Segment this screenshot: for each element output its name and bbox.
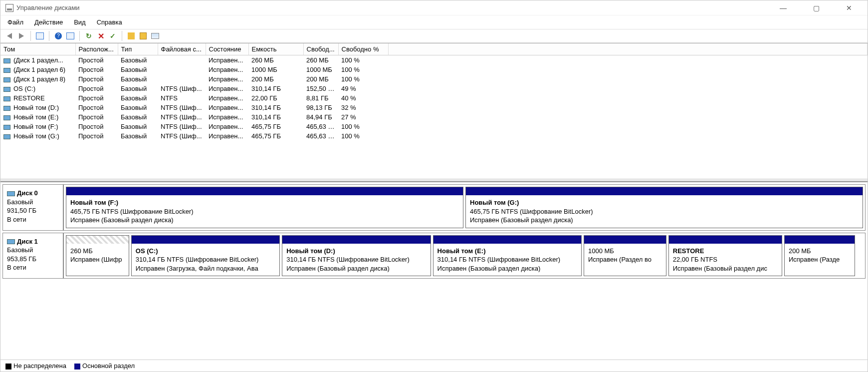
partition-header-bar — [466, 187, 863, 195]
col-layout[interactable]: Располож... — [75, 43, 118, 55]
cell-status: Исправен... — [206, 65, 248, 74]
minimize-button[interactable]: — — [772, 4, 795, 12]
legend-primary-label: Основной раздел — [82, 362, 135, 370]
partition[interactable]: 260 МБИсправен (Шифр — [66, 235, 129, 277]
menu-file[interactable]: Файл — [5, 17, 25, 27]
partition-body: OS (C:)310,14 ГБ NTFS (Шифрование BitLoc… — [132, 244, 279, 276]
partitions-container: 260 МБИсправен (ШифрOS (C:)310,14 ГБ NTF… — [64, 233, 865, 279]
menubar: Файл Действие Вид Справка — [0, 15, 868, 29]
cell-capacity: 1000 МБ — [248, 65, 303, 74]
cell-status: Исправен... — [206, 55, 248, 65]
cell-type: Базовый — [118, 112, 158, 122]
cell-freepct: 27 % — [338, 112, 388, 122]
partition-title: RESTORE — [673, 247, 778, 256]
window-controls: — ▢ ✕ — [770, 4, 863, 12]
toolbar: ? ↻ ✕ ✓ — [0, 29, 868, 43]
action-button-2[interactable] — [138, 31, 148, 41]
col-freepct[interactable]: Свободно % — [338, 43, 388, 55]
partition-line3: Исправен (Базовый раздел диска) — [437, 264, 577, 273]
partition-header-bar — [584, 236, 666, 244]
cell-free: 260 МБ — [303, 55, 338, 65]
back-button[interactable] — [4, 31, 14, 41]
cell-free: 152,50 ГБ — [303, 84, 338, 93]
disk-type: Базовый — [7, 246, 59, 255]
table-row[interactable]: (Диск 1 раздел...ПростойБазовыйИсправен.… — [0, 55, 868, 65]
window-title: Управление дисками — [16, 4, 767, 11]
cell-capacity: 465,75 ГБ — [248, 131, 303, 141]
disk-info[interactable]: Диск 0Базовый931,50 ГБВ сети — [3, 185, 64, 230]
action-button-1[interactable] — [126, 31, 136, 41]
delete-button[interactable]: ✕ — [96, 31, 106, 41]
partition-line3: Исправен (Загрузка, Файл подкачки, Ава — [136, 264, 275, 273]
partition-header-bar — [669, 236, 782, 244]
table-row[interactable]: (Диск 1 раздел 8)ПростойБазовыйИсправен.… — [0, 74, 868, 84]
col-capacity[interactable]: Емкость — [248, 43, 303, 55]
disk-status: В сети — [7, 263, 59, 272]
cell-freepct: 100 % — [338, 65, 388, 74]
cell-fs — [158, 74, 206, 84]
partition[interactable]: Новый том (F:)465,75 ГБ NTFS (Шифрование… — [66, 187, 463, 228]
cell-fs: NTFS (Шиф... — [158, 131, 206, 141]
col-status[interactable]: Состояние — [206, 43, 248, 55]
table-row[interactable]: Новый том (E:)ПростойБазовыйNTFS (Шиф...… — [0, 112, 868, 122]
table-row[interactable]: Новый том (G:)ПростойБазовыйNTFS (Шиф...… — [0, 131, 868, 141]
partition-line2: 200 МБ — [789, 247, 851, 256]
help-button[interactable]: ? — [53, 31, 63, 41]
legend: Не распределена Основной раздел — [0, 360, 868, 372]
cell-layout: Простой — [75, 112, 118, 122]
legend-unallocated: Не распределена — [5, 362, 66, 370]
forward-button[interactable] — [16, 31, 26, 41]
refresh-icon: ↻ — [86, 32, 92, 40]
properties-button[interactable] — [150, 31, 160, 41]
menu-view[interactable]: Вид — [72, 17, 88, 27]
partition[interactable]: Новый том (G:)465,75 ГБ NTFS (Шифрование… — [465, 187, 863, 228]
close-button[interactable]: ✕ — [838, 4, 861, 12]
table-row[interactable]: (Диск 1 раздел 6)ПростойБазовыйИсправен.… — [0, 65, 868, 74]
volume-table[interactable]: Том Располож... Тип Файловая с... Состоя… — [0, 43, 868, 141]
partition-line2: 310,14 ГБ NTFS (Шифрование BitLocker) — [136, 255, 275, 264]
partition-body: Новый том (F:)465,75 ГБ NTFS (Шифрование… — [66, 195, 463, 228]
cell-free: 84,94 ГБ — [303, 112, 338, 122]
partition[interactable]: Новый том (D:)310,14 ГБ NTFS (Шифрование… — [282, 235, 431, 277]
partition[interactable]: 1000 МБИсправен (Раздел во — [584, 235, 666, 277]
cell-status: Исправен... — [206, 93, 248, 103]
partition-line2: 260 МБ — [70, 247, 125, 256]
table-row[interactable]: Новый том (D:)ПростойБазовыйNTFS (Шиф...… — [0, 103, 868, 112]
partition-body: 200 МБИсправен (Разде — [785, 244, 855, 267]
folder-open-icon — [140, 32, 147, 39]
drive-icon — [3, 96, 10, 101]
apply-button[interactable]: ✓ — [108, 31, 118, 41]
menu-help[interactable]: Справка — [95, 17, 124, 27]
partition[interactable]: OS (C:)310,14 ГБ NTFS (Шифрование BitLoc… — [131, 235, 280, 277]
table-row[interactable]: RESTOREПростойБазовыйNTFSИсправен...22,0… — [0, 93, 868, 103]
partition[interactable]: RESTORE22,00 ГБ NTFSИсправен (Базовый ра… — [668, 235, 782, 277]
refresh-button[interactable]: ↻ — [84, 31, 94, 41]
col-fs[interactable]: Файловая с... — [158, 43, 206, 55]
disk-info[interactable]: Диск 1Базовый953,85 ГБВ сети — [3, 233, 64, 279]
col-volume[interactable]: Том — [0, 43, 75, 55]
partition-header-bar — [282, 236, 430, 244]
cell-capacity: 310,14 ГБ — [248, 84, 303, 93]
partition-title: Новый том (E:) — [437, 247, 577, 256]
col-free[interactable]: Свобод... — [303, 43, 338, 55]
arrow-left-icon — [7, 33, 12, 39]
partition[interactable]: 200 МБИсправен (Разде — [784, 235, 855, 277]
settings-icon — [66, 32, 74, 39]
maximize-button[interactable]: ▢ — [805, 4, 828, 12]
settings-button[interactable] — [65, 31, 75, 41]
cell-status: Исправен... — [206, 84, 248, 93]
menu-action[interactable]: Действие — [32, 17, 65, 27]
table-row[interactable]: OS (C:)ПростойБазовыйNTFS (Шиф...Исправе… — [0, 84, 868, 93]
table-row[interactable]: Новый том (F:)ПростойБазовыйNTFS (Шиф...… — [0, 122, 868, 131]
cell-capacity: 465,75 ГБ — [248, 122, 303, 131]
legend-swatch-blue — [74, 364, 80, 370]
disk-row: Диск 0Базовый931,50 ГБВ сетиНовый том (F… — [2, 184, 866, 231]
table-empty-area[interactable] — [0, 141, 868, 179]
disk-icon — [7, 191, 15, 196]
panel-icon — [36, 32, 44, 39]
col-type[interactable]: Тип — [118, 43, 158, 55]
partition[interactable]: Новый том (E:)310,14 ГБ NTFS (Шифрование… — [433, 235, 582, 277]
partition-line2: 310,14 ГБ NTFS (Шифрование BitLocker) — [437, 255, 577, 264]
show-hide-tree-button[interactable] — [35, 31, 45, 41]
cell-fs: NTFS — [158, 93, 206, 103]
